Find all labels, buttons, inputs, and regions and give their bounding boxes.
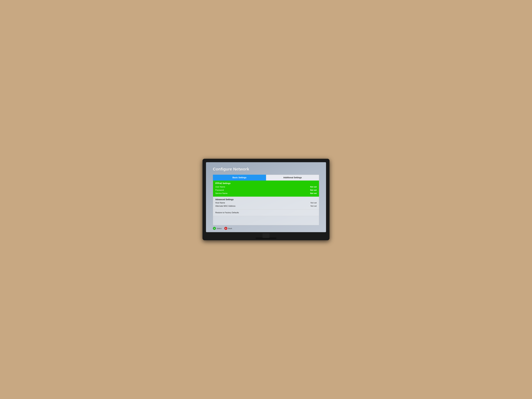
hostname-row[interactable]: Host Name Not set <box>215 201 317 204</box>
service-name-value: Not set <box>310 192 317 195</box>
hostname-label: Host Name <box>215 202 225 204</box>
restore-defaults-row[interactable]: Restore to Factory Defaults <box>215 211 317 214</box>
mac-address-label: Alternate MAC Address <box>215 205 235 207</box>
menu-section: PPPoE Settings User Name Not set Passwor… <box>213 181 319 225</box>
tv-frame: Configure Network Basic Settings Additio… <box>203 159 329 240</box>
page-title: Configure Network <box>213 167 319 171</box>
tab-basic-settings[interactable]: Basic Settings <box>213 175 266 181</box>
username-row[interactable]: User Name Not set <box>215 185 317 189</box>
a-button-icon: A <box>213 227 216 230</box>
service-name-row[interactable]: Service Name Not set <box>215 192 317 195</box>
empty-section <box>213 216 319 225</box>
a-button-label: Select <box>217 228 222 229</box>
mac-address-row[interactable]: Alternate MAC Address Not set <box>215 204 317 208</box>
username-label: User Name <box>215 186 225 188</box>
password-row[interactable]: Password Not set <box>215 189 317 192</box>
pppoe-settings-header: PPPoE Settings <box>215 182 317 185</box>
b-button-label: Back <box>228 228 232 229</box>
tab-additional-settings[interactable]: Additional Settings <box>266 175 319 181</box>
b-button-icon: B <box>224 227 227 230</box>
tabs-row: Basic Settings Additional Settings <box>213 175 319 181</box>
a-button-hint: A Select <box>213 227 222 230</box>
content-area: Basic Settings Additional Settings PPPoE… <box>213 175 319 225</box>
tv-screen: Configure Network Basic Settings Additio… <box>206 162 326 232</box>
hostname-value: Not set <box>310 202 317 204</box>
pppoe-settings-group: PPPoE Settings User Name Not set Passwor… <box>213 181 319 196</box>
tv-stand <box>254 233 278 240</box>
advanced-settings-header: Advanced Settings <box>215 198 317 201</box>
username-value: Not set <box>310 186 317 188</box>
restore-defaults-label: Restore to Factory Defaults <box>215 211 239 214</box>
service-name-label: Service Name <box>215 192 228 195</box>
advanced-settings-group: Advanced Settings Host Name Not set Alte… <box>213 196 319 209</box>
mac-address-value: Not set <box>310 205 317 207</box>
password-value: Not set <box>310 189 317 191</box>
restore-defaults-group[interactable]: Restore to Factory Defaults <box>213 209 319 216</box>
password-label: Password <box>215 189 224 191</box>
b-button-hint: B Back <box>224 227 232 230</box>
bottom-controls: A Select B Back <box>213 227 232 230</box>
